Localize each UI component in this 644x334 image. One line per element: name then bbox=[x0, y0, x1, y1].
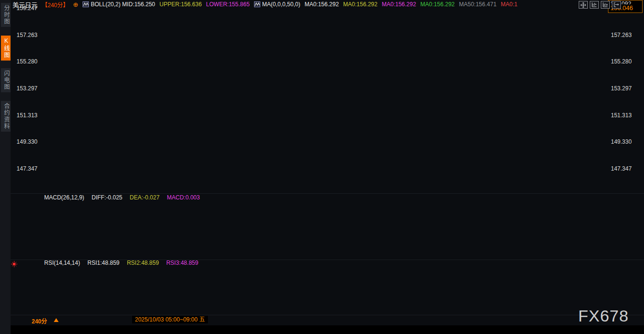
y-axis-tick-left: 149.330 bbox=[11, 138, 37, 145]
rsi2-value: RSI2:48.859 bbox=[127, 260, 159, 266]
boll-indicator-icon[interactable] bbox=[83, 1, 89, 7]
ma-value-label: MA50:156.471 bbox=[459, 1, 497, 8]
time-axis: 240分 2025/10/03 05:00~09:00 五 bbox=[0, 315, 644, 325]
y-axis-tick-left: 147.347 bbox=[11, 165, 37, 172]
macd-diff-value: DIFF:-0.025 bbox=[92, 194, 122, 201]
rsi1-value: RSI1:48.859 bbox=[87, 260, 120, 266]
rsi-panel-chart[interactable] bbox=[0, 262, 644, 314]
panel-divider bbox=[0, 193, 644, 194]
rsi-name: RSI(14,14,14) bbox=[44, 260, 80, 266]
y-axis-tick-right: 153.297 bbox=[611, 85, 632, 92]
period-badge: 【240分】 bbox=[42, 0, 69, 9]
ma-value-label: MA0:156.292 bbox=[420, 1, 454, 8]
ma-value-label: MA0:156.292 bbox=[343, 1, 377, 8]
pan-tool-icon[interactable] bbox=[579, 1, 588, 9]
rsi3-value: RSI3:48.859 bbox=[166, 260, 198, 266]
crosshair-time-tooltip: 2025/10/03 05:00~09:00 五 bbox=[132, 316, 208, 323]
boll-legend: BOLL(20,2) MID:156.250 bbox=[91, 1, 155, 8]
chart-header: 美元日元 【240分】 ⊕ BOLL(20,2) MID:156.250 UPP… bbox=[12, 0, 644, 9]
boll-lower-legend: LOWER:155.865 bbox=[206, 1, 250, 8]
ma-indicator-icon[interactable] bbox=[254, 1, 260, 7]
sidebar-item-4[interactable]: 合约资料 bbox=[1, 101, 11, 132]
chart-view-controls bbox=[579, 1, 621, 9]
y-axis-tick-right: 147.347 bbox=[611, 165, 632, 172]
chart-mode-sidebar: 分时图K线图闪电图合约资料 bbox=[0, 0, 11, 334]
ma-value-label: MA0:156.292 bbox=[304, 1, 339, 8]
indicator-toolbar bbox=[0, 325, 644, 334]
y-axis-tick-left: 155.280 bbox=[11, 58, 37, 65]
symbol-title: 美元日元 bbox=[12, 0, 37, 9]
sidebar-item-1[interactable]: 分时图 bbox=[1, 3, 11, 27]
rsi-legend: RSI(14,14,14) RSI1:48.859 RSI2:48.859 RS… bbox=[44, 260, 204, 266]
macd-dea-value: DEA:-0.027 bbox=[130, 194, 159, 201]
ma-legend-name: MA(0,0,0,50,0) bbox=[262, 1, 300, 8]
sidebar-item-3[interactable]: 闪电图 bbox=[1, 68, 11, 92]
y-axis-tick-right: 157.263 bbox=[611, 32, 632, 38]
add-indicator-icon[interactable]: ⊕ bbox=[73, 1, 78, 8]
boll-upper-legend: UPPER:156.636 bbox=[159, 1, 202, 8]
ma-legend-values: MA0:156.292MA0:156.292MA0:156.292MA0:156… bbox=[304, 1, 522, 8]
ma-value-label: MA0:156.292 bbox=[382, 1, 416, 8]
y-axis-tick-left: 157.263 bbox=[11, 32, 37, 38]
y-axis-tick-left: 153.297 bbox=[11, 85, 37, 92]
zoom-out-bars-icon[interactable] bbox=[601, 1, 610, 9]
kline-chart-window: 分时图K线图闪电图合约资料 美元日元 【240分】 ⊕ BOLL(20,2) M… bbox=[0, 0, 644, 334]
timeframe-up-triangle-icon[interactable] bbox=[54, 318, 59, 322]
ma-value-label: MA0:1 bbox=[501, 1, 518, 8]
y-axis-tick-right: 151.313 bbox=[611, 112, 632, 119]
y-axis-tick-left: 151.313 bbox=[11, 112, 37, 119]
macd-name: MACD(26,12,9) bbox=[44, 194, 84, 201]
sidebar-item-2[interactable]: K线图 bbox=[1, 36, 11, 61]
macd-panel-chart[interactable] bbox=[0, 201, 644, 259]
macd-legend: MACD(26,12,9) DIFF:-0.025 DEA:-0.027 MAC… bbox=[44, 194, 206, 201]
y-axis-tick-right: 149.330 bbox=[611, 138, 632, 145]
y-axis-tick-right: 155.280 bbox=[611, 58, 632, 65]
zoom-in-bars-icon[interactable] bbox=[590, 1, 599, 9]
main-price-chart[interactable] bbox=[0, 9, 644, 193]
alert-dot-icon[interactable] bbox=[11, 261, 17, 267]
restore-view-icon[interactable] bbox=[612, 1, 621, 9]
macd-hist-value: MACD:0.003 bbox=[167, 194, 200, 201]
timeframe-label[interactable]: 240分 bbox=[32, 317, 47, 325]
